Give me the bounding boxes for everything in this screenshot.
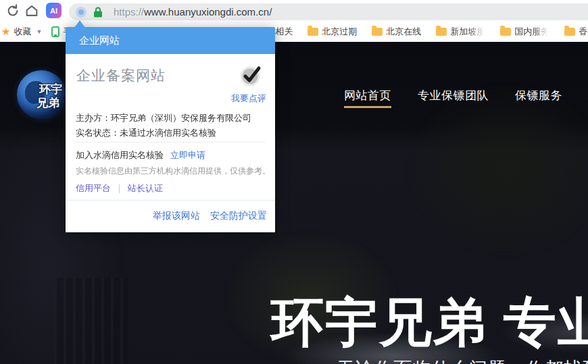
nav-item-bodyguard-services[interactable]: 保镖服务 bbox=[515, 88, 562, 103]
site-nav: 网站首页 专业保镖团队 保镖服务 bbox=[344, 88, 562, 103]
favorites-star-icon[interactable]: ★ bbox=[1, 26, 10, 38]
site-credit-drop-icon[interactable] bbox=[76, 7, 87, 18]
bookmark-folder[interactable]: 香港服务 bbox=[564, 26, 588, 38]
popup-footer-links: 举报该网站 安全防护设置 bbox=[153, 210, 267, 222]
favorites-dropdown-icon[interactable]: ▼ bbox=[36, 28, 42, 35]
site-type-label: 企业备案网站 bbox=[76, 66, 166, 85]
hero-headline: 环宇兄弟 专业 bbox=[271, 288, 588, 359]
url-text[interactable]: https://www.huanyuxiongdi.com.cn/ bbox=[114, 6, 272, 18]
organizer-line: 主办方：环宇兄弟（深圳）安保服务有限公司 bbox=[76, 112, 251, 124]
url-host: www.huanyuxiongdi.com.cn/ bbox=[144, 6, 272, 18]
report-site-link[interactable]: 举报该网站 bbox=[153, 210, 200, 222]
refresh-icon[interactable] bbox=[5, 3, 20, 18]
mobile-bookmark-icon[interactable] bbox=[51, 26, 59, 37]
divider bbox=[66, 200, 275, 201]
popup-header-title: 企业网站 bbox=[79, 34, 120, 47]
nav-item-home[interactable]: 网站首页 bbox=[344, 88, 391, 103]
folder-icon bbox=[500, 28, 511, 36]
folder-icon bbox=[372, 28, 383, 36]
bookmark-folders-group: 0相关 北京过期 北京在线 新加坡服 国内服务 香港服务 bbox=[270, 22, 588, 42]
bookmark-folder[interactable]: 北京过期 bbox=[308, 26, 357, 38]
security-settings-link[interactable]: 安全防护设置 bbox=[210, 210, 267, 222]
hero-subtitle: 无论你面临什么问题，你都找到了 bbox=[337, 357, 588, 364]
browser-toolbar: AI https://www.huanyuxiongdi.com.cn/ bbox=[0, 0, 588, 22]
popup-header: 企业网站 bbox=[66, 27, 275, 54]
secure-lock-icon[interactable] bbox=[93, 7, 103, 18]
nav-item-bodyguard-team[interactable]: 专业保镖团队 bbox=[418, 88, 489, 103]
webmaster-verify-link[interactable]: 站长认证 bbox=[128, 182, 163, 194]
divider bbox=[119, 184, 120, 193]
apply-now-link[interactable]: 立即申请 bbox=[170, 150, 205, 160]
url-scheme: https:// bbox=[114, 6, 144, 18]
realname-status-line: 实名状态：未通过水滴信用实名核验 bbox=[76, 127, 216, 139]
verified-check-icon bbox=[240, 65, 262, 86]
bookmark-folder[interactable]: 新加坡服 bbox=[436, 26, 485, 38]
favorites-label[interactable]: 收藏 bbox=[14, 26, 31, 38]
folder-icon bbox=[564, 28, 575, 36]
popup-body: 企业备案网站 我要点评 主办方：环宇兄弟（深圳）安保服务有限公司 实名状态：未通… bbox=[66, 54, 275, 232]
folder-icon bbox=[308, 28, 318, 36]
disclaimer-text: 实名核验信息由第三方机构水滴信用提供，仅供参考。 bbox=[76, 165, 270, 177]
home-icon[interactable] bbox=[24, 3, 39, 18]
join-verification-row: 加入水滴信用实名核验立即申请 bbox=[76, 149, 205, 161]
address-bar[interactable]: https://www.huanyuxiongdi.com.cn/ bbox=[69, 3, 588, 20]
site-logo-text: 环宇 bbox=[39, 84, 62, 95]
ai-assistant-icon[interactable]: AI bbox=[46, 3, 62, 18]
divider bbox=[76, 142, 265, 142]
credit-links-row: 信用平台 站长认证 bbox=[76, 182, 163, 194]
review-link[interactable]: 我要点评 bbox=[231, 93, 266, 105]
site-logo-text: 兄弟 bbox=[36, 97, 59, 109]
folder-icon bbox=[436, 28, 447, 36]
join-text: 加入水滴信用实名核验 bbox=[76, 150, 164, 160]
credit-platform-link[interactable]: 信用平台 bbox=[76, 182, 111, 194]
bookmark-folder[interactable]: 国内服务 bbox=[500, 26, 549, 38]
bookmark-folder[interactable]: 北京在线 bbox=[372, 26, 421, 38]
fence-silhouette bbox=[54, 278, 128, 364]
